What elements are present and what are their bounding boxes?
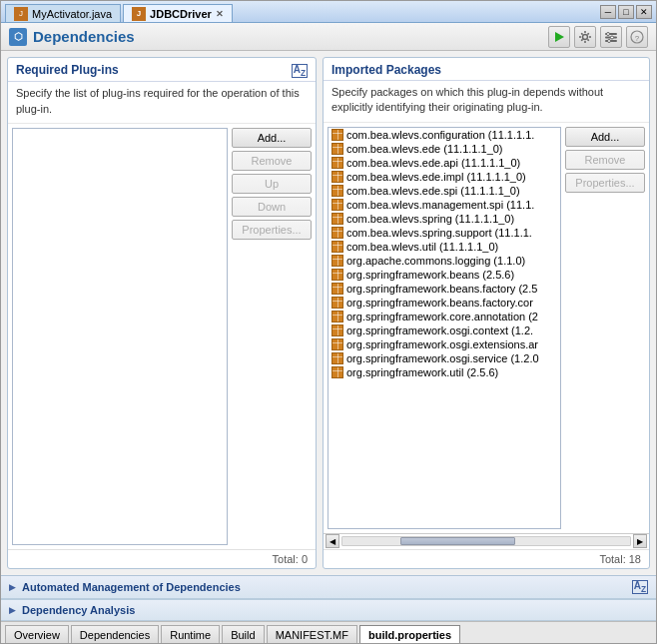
horizontal-scrollbar[interactable]: ◀ ▶ [324, 533, 649, 549]
bottom-sections: ▶ Automated Management of Dependencies A… [1, 575, 656, 621]
imported-packages-body: com.bea.wlevs.configuration (11.1.1.1.co… [324, 123, 649, 533]
scroll-right-arrow[interactable]: ▶ [633, 534, 647, 548]
scroll-track[interactable] [341, 536, 631, 546]
list-item[interactable]: com.bea.wlevs.ede.spi (11.1.1.1_0) [328, 184, 560, 198]
java-file-icon-2: J [132, 7, 146, 21]
list-item[interactable]: com.bea.wlevs.util (11.1.1.1_0) [328, 240, 560, 254]
list-item[interactable]: org.springframework.osgi.extensions.ar [328, 337, 560, 351]
required-plugins-title: Required Plug-ins [16, 63, 119, 77]
imported-packages-list[interactable]: com.bea.wlevs.configuration (11.1.1.1.co… [328, 127, 561, 529]
toolbar-title-area: ⬡ Dependencies [9, 28, 135, 46]
package-label: org.springframework.util (2.5.6) [346, 366, 498, 378]
properties-plugin-button[interactable]: Properties... [232, 220, 312, 240]
dependency-analysis-header[interactable]: ▶ Dependency Analysis [1, 599, 656, 621]
main-content: Required Plug-ins AZ Specify the list of… [1, 51, 656, 575]
list-item[interactable]: org.springframework.beans.factory (2.5 [328, 282, 560, 296]
package-label: com.bea.wlevs.util (11.1.1.1_0) [346, 241, 498, 253]
tab-build-properties[interactable]: build.properties [359, 625, 460, 643]
package-label: org.springframework.osgi.extensions.ar [346, 338, 538, 350]
package-label: org.springframework.beans.factory (2.5 [346, 283, 537, 295]
run-button[interactable] [548, 26, 570, 48]
list-item[interactable]: com.bea.wlevs.ede (11.1.1.1_0) [328, 142, 560, 156]
package-icon [331, 171, 343, 183]
required-plugins-list[interactable] [12, 128, 228, 545]
package-icon [331, 352, 343, 364]
automated-az-icon: AZ [632, 580, 648, 594]
scroll-left-arrow[interactable]: ◀ [326, 534, 339, 548]
automated-management-header[interactable]: ▶ Automated Management of Dependencies A… [1, 576, 656, 599]
list-item[interactable]: org.springframework.beans (2.5.6) [328, 268, 560, 282]
titlebar: J MyActivator.java J JDBCDriver ✕ ─ □ ✕ [1, 1, 656, 23]
package-icon [331, 227, 343, 239]
required-plugins-panel: Required Plug-ins AZ Specify the list of… [7, 57, 317, 569]
package-icon [331, 338, 343, 350]
automated-collapse-arrow: ▶ [9, 582, 16, 592]
editor-tabs: J MyActivator.java J JDBCDriver ✕ [5, 1, 233, 22]
tab-runtime[interactable]: Runtime [161, 625, 220, 643]
list-item[interactable]: org.springframework.osgi.service (1.2.0 [328, 351, 560, 365]
imported-packages-panel: Imported Packages Specify packages on wh… [323, 57, 650, 569]
package-label: org.springframework.osgi.service (1.2.0 [346, 352, 539, 364]
imported-packages-footer: Total: 18 [324, 549, 649, 568]
list-item[interactable]: com.bea.wlevs.spring (11.1.1.1_0) [328, 212, 560, 226]
list-item[interactable]: com.bea.wlevs.management.spi (11.1. [328, 198, 560, 212]
dependency-collapse-arrow: ▶ [9, 605, 16, 615]
list-item[interactable]: org.apache.commons.logging (1.1.0) [328, 254, 560, 268]
package-label: com.bea.wlevs.spring.support (11.1.1. [346, 227, 532, 239]
tab-overview[interactable]: Overview [5, 625, 69, 643]
list-item[interactable]: com.bea.wlevs.ede.impl (11.1.1.1_0) [328, 170, 560, 184]
close-window-button[interactable]: ✕ [636, 5, 652, 19]
tab-manifest[interactable]: MANIFEST.MF [267, 625, 357, 643]
close-tab-icon[interactable]: ✕ [216, 9, 224, 19]
dependency-analysis-title: Dependency Analysis [22, 604, 135, 616]
package-label: com.bea.wlevs.ede.api (11.1.1.1_0) [346, 157, 520, 169]
remove-package-button[interactable]: Remove [565, 150, 645, 170]
add-plugin-button[interactable]: Add... [232, 128, 312, 148]
minimize-button[interactable]: ─ [600, 5, 616, 19]
tab-jdbcdriver[interactable]: J JDBCDriver ✕ [123, 4, 233, 22]
properties-package-button[interactable]: Properties... [565, 173, 645, 193]
package-label: com.bea.wlevs.management.spi (11.1. [346, 199, 534, 211]
tab-build-label: Build [231, 629, 255, 641]
help-button[interactable]: ? [626, 26, 648, 48]
down-plugin-button[interactable]: Down [232, 197, 312, 217]
svg-point-6 [611, 36, 614, 39]
list-item[interactable]: org.springframework.util (2.5.6) [328, 365, 560, 379]
list-item[interactable]: org.springframework.core.annotation (2 [328, 310, 560, 323]
toolbar-title: Dependencies [33, 28, 135, 45]
package-icon [331, 366, 343, 378]
up-plugin-button[interactable]: Up [232, 174, 312, 194]
tab-manifest-label: MANIFEST.MF [276, 629, 348, 641]
list-item[interactable]: org.springframework.osgi.context (1.2. [328, 323, 560, 337]
toolbar: ⬡ Dependencies ? [1, 23, 656, 51]
tab-myactivator[interactable]: J MyActivator.java [5, 4, 121, 22]
tab-myactivator-label: MyActivator.java [32, 8, 112, 20]
required-plugins-desc: Specify the list of plug-ins required fo… [8, 82, 316, 124]
imported-packages-desc: Specify packages on which this plug-in d… [324, 81, 649, 123]
svg-text:?: ? [635, 33, 640, 42]
gear-button[interactable] [574, 26, 596, 48]
scroll-thumb[interactable] [400, 537, 515, 545]
required-plugins-buttons: Add... Remove Up Down Properties... [232, 128, 312, 545]
java-file-icon-1: J [14, 7, 28, 21]
required-plugins-header: Required Plug-ins AZ [8, 58, 316, 82]
tab-build-properties-label: build.properties [368, 629, 451, 641]
list-item[interactable]: com.bea.wlevs.configuration (11.1.1.1. [328, 128, 560, 142]
package-label: com.bea.wlevs.spring (11.1.1.1_0) [346, 213, 514, 225]
remove-plugin-button[interactable]: Remove [232, 151, 312, 171]
add-package-button[interactable]: Add... [565, 127, 645, 147]
package-label: com.bea.wlevs.ede (11.1.1.1_0) [346, 143, 503, 155]
bottom-tabs: Overview Dependencies Runtime Build MANI… [1, 621, 656, 643]
tab-build[interactable]: Build [222, 625, 264, 643]
list-item[interactable]: com.bea.wlevs.spring.support (11.1.1. [328, 226, 560, 240]
tab-dependencies-label: Dependencies [80, 629, 150, 641]
maximize-button[interactable]: □ [618, 5, 634, 19]
settings-button[interactable] [600, 26, 622, 48]
required-plugins-footer: Total: 0 [8, 549, 316, 568]
az-sort-icon[interactable]: AZ [292, 64, 308, 78]
package-icon [331, 311, 343, 322]
automated-management-title: Automated Management of Dependencies [22, 581, 241, 593]
list-item[interactable]: com.bea.wlevs.ede.api (11.1.1.1_0) [328, 156, 560, 170]
tab-dependencies[interactable]: Dependencies [71, 625, 159, 643]
list-item[interactable]: org.springframework.beans.factory.cor [328, 296, 560, 310]
